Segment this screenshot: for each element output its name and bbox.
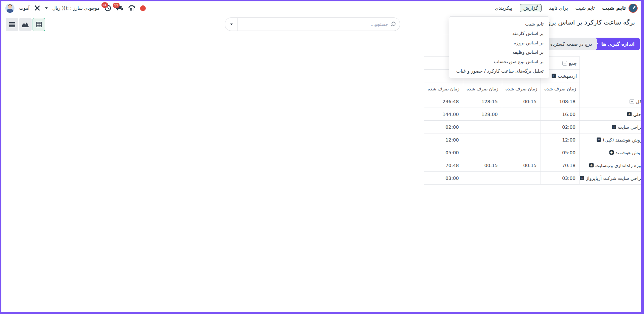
pivot-cell-r0-c3: 236:48: [424, 95, 463, 108]
chevron-down-icon: [230, 24, 233, 25]
expand-icon[interactable]: +: [609, 150, 614, 155]
page-title: برگه ساعت کارکرد بر اساس پروژه: [541, 18, 635, 26]
app-brand[interactable]: تایم شیت: [602, 4, 638, 13]
pivot-cell-r3-c3: 12:00: [424, 133, 463, 146]
top-navbar: تایم شیت تایم شیتبرای تاییدگزارشپیکربندی…: [1, 1, 641, 15]
expand-icon[interactable]: +: [580, 176, 584, 180]
pivot-row-header-2[interactable]: طراحی سایت+: [580, 121, 644, 133]
pivot-row-header-1[interactable]: داخلی+: [580, 108, 644, 121]
reports-menu-item-3[interactable]: بر اساس وظیفه: [449, 47, 549, 57]
list-view-button[interactable]: [6, 18, 18, 31]
navbar-menu-item-3[interactable]: پیکربندی: [495, 5, 512, 11]
reports-dropdown-menu: تایم شیتبر اساس کارمندبر اساس پروژهبر اس…: [449, 16, 549, 78]
pivot-cell-r5-c1: 00:15: [502, 159, 541, 172]
tools-icon[interactable]: [34, 5, 40, 11]
pivot-cell-r2-c2: [463, 121, 502, 133]
activities-clock-icon[interactable]: 31: [104, 5, 111, 11]
activities-badge: 31: [101, 2, 108, 8]
navbar-menu-item-0[interactable]: تایم شیت: [575, 5, 595, 11]
pivot-cell-r6-c0: 03:00: [541, 172, 580, 185]
pivot-cell-r4-c1: [502, 146, 541, 159]
pivot-cell-r3-c1: [502, 133, 541, 146]
pivot-row-header-6-label: طراحی سایت شرکت آریاپرواز: [586, 175, 644, 181]
pivot-row-header-1-label: داخلی: [633, 112, 644, 117]
pivot-corner-cell: [580, 57, 644, 95]
user-avatar[interactable]: [5, 4, 14, 13]
pivot-cell-r1-c1: [502, 108, 541, 121]
search-bar[interactable]: جستجو...: [225, 17, 400, 31]
expand-icon[interactable]: +: [589, 163, 594, 167]
pivot-measure-header-2: زمان صرف شده: [463, 82, 502, 95]
table-row: طراحی سایت+02:0002:00: [424, 121, 644, 133]
pivot-cell-r5-c0: 70:18: [541, 159, 580, 172]
pivot-cell-r1-c2: 128:00: [463, 108, 502, 121]
pivot-cell-r0-c2: 128:15: [463, 95, 502, 108]
pivot-cell-r6-c2: [463, 172, 502, 185]
pivot-column-header-0-label: اردیبهشت: [558, 73, 577, 79]
pivot-cell-r5-c3: 70:48: [424, 159, 463, 172]
insert-in-spreadsheet-button[interactable]: درج در صفحه گسترده: [545, 38, 597, 50]
pivot-cell-r4-c0: 05:00: [541, 146, 580, 159]
pivot-row-header-4-label: فروش هوشمند: [615, 150, 644, 155]
measures-button[interactable]: اندازه گیری ها: [590, 38, 640, 50]
expand-icon[interactable]: +: [612, 125, 616, 129]
app-window: تایم شیت تایم شیتبرای تاییدگزارشپیکربندی…: [0, 0, 644, 314]
search-icon: [390, 22, 396, 27]
pivot-cell-r6-c1: [502, 172, 541, 185]
pivot-row-header-3-label: فروش هوشمند (کپی): [603, 137, 644, 143]
pivot-row-header-2-label: طراحی سایت: [618, 124, 644, 130]
navbar-menu-item-1[interactable]: برای تایید: [549, 5, 568, 11]
pivot-measure-header-1: زمان صرف شده: [502, 82, 541, 95]
pivot-row-header-0-label: جمع کل: [636, 99, 644, 104]
reports-menu-item-2[interactable]: بر اساس پروژه: [449, 38, 549, 47]
navbar-main-menu: تایم شیت تایم شیتبرای تاییدگزارشپیکربندی: [495, 1, 638, 15]
pivot-cell-r3-c0: 12:00: [541, 133, 580, 146]
pivot-row-header-0[interactable]: جمع کل−: [580, 95, 644, 108]
pivot-cell-r2-c0: 02:00: [541, 121, 580, 133]
pivot-view-button[interactable]: [33, 18, 45, 31]
table-row: پروژه راه‌اندازی وب‌سایت+70:1800:1500:15…: [424, 159, 644, 172]
pivot-row-header-6[interactable]: طراحی سایت شرکت آریاپرواز+: [580, 172, 644, 185]
reports-menu-item-4[interactable]: بر اساس نوع صورتحساب: [449, 57, 549, 66]
pivot-row-header-4[interactable]: فروش هوشمند+: [580, 146, 644, 159]
softphone-icon[interactable]: [128, 5, 135, 11]
reports-menu-item-5[interactable]: تحلیل برگه‌های ساعت کارکرد / حضور و غیاب: [449, 66, 549, 76]
expand-icon[interactable]: +: [627, 112, 632, 116]
collapse-icon[interactable]: −: [562, 61, 567, 66]
expand-icon[interactable]: +: [552, 74, 556, 78]
pivot-measure-header-3: زمان صرف شده: [424, 82, 463, 95]
search-placeholder: جستجو...: [371, 22, 388, 27]
pivot-cell-r4-c2: [463, 146, 502, 159]
reports-menu-item-1[interactable]: بر اساس کارمند: [449, 29, 549, 38]
messages-icon[interactable]: 11: [116, 5, 123, 11]
pivot-row-header-5[interactable]: پروژه راه‌اندازی وب‌سایت+: [580, 159, 644, 172]
pivot-row-header-5-label: پروژه راه‌اندازی وب‌سایت: [595, 163, 644, 168]
search-input[interactable]: جستجو...: [371, 18, 396, 31]
pivot-cell-r3-c2: [463, 133, 502, 146]
table-row: فروش هوشمند (کپی)+12:0012:00: [424, 133, 644, 146]
pivot-measure-header-0: زمان صرف شده: [541, 82, 580, 95]
expand-icon[interactable]: +: [597, 138, 601, 142]
spreadsheet-button-label: درج در صفحه گسترده: [550, 41, 592, 47]
collapse-icon[interactable]: −: [630, 99, 634, 104]
pivot-row-header-3[interactable]: فروش هوشمند (کپی)+: [580, 133, 644, 146]
pivot-cell-r5-c2: 00:15: [463, 159, 502, 172]
pivot-cell-r1-c3: 144:00: [424, 108, 463, 121]
search-filters-toggle[interactable]: [225, 18, 238, 31]
pivot-cell-r2-c3: 02:00: [424, 121, 463, 133]
charge-dropdown-caret[interactable]: [45, 7, 48, 9]
view-switcher: [6, 18, 45, 31]
navbar-menu-item-2[interactable]: گزارش: [520, 4, 542, 12]
pivot-cell-r1-c0: 16:00: [541, 108, 580, 121]
graph-view-button[interactable]: [19, 18, 32, 31]
record-status-dot[interactable]: [140, 5, 146, 11]
timesheet-app-icon: [629, 4, 638, 13]
reports-menu-item-0[interactable]: تایم شیت: [449, 19, 549, 29]
pivot-total-column-header-label: جمع: [569, 61, 577, 66]
pivot-cell-r4-c3: 05:00: [424, 146, 463, 159]
charge-balance-text[interactable]: موجودی شارژ : :((( ریال: [52, 5, 100, 11]
table-row: داخلی+16:00128:00144:00: [424, 108, 644, 121]
user-name[interactable]: آموت: [19, 5, 30, 11]
table-row: طراحی سایت شرکت آریاپرواز+03:0003:00: [424, 172, 644, 185]
messages-badge: 11: [113, 3, 120, 8]
